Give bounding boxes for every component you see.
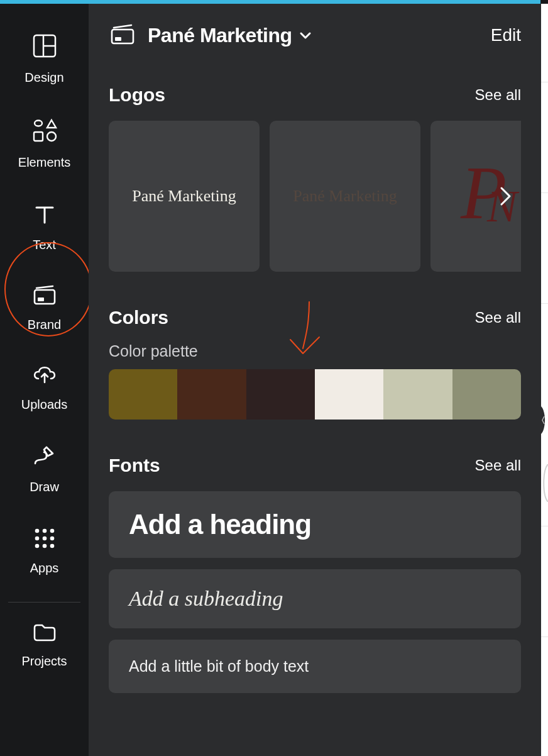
section-title-colors: Colors bbox=[109, 307, 168, 328]
sidebar-item-elements[interactable]: Elements bbox=[1, 106, 89, 191]
logos-section: Logos See all Pané Marketing Pané Market… bbox=[89, 84, 541, 272]
sidebar-label: Projects bbox=[21, 654, 67, 669]
see-all-colors[interactable]: See all bbox=[475, 309, 521, 326]
sidebar-item-design[interactable]: Design bbox=[1, 21, 89, 106]
sidebar-item-brand[interactable]: Brand bbox=[1, 274, 89, 351]
text-icon bbox=[33, 203, 57, 226]
section-title-fonts: Fonts bbox=[109, 455, 160, 476]
add-subheading-button[interactable]: Add a subheading bbox=[109, 569, 521, 628]
brand-kit-name: Pané Marketing bbox=[148, 24, 292, 47]
sidebar-label: Brand bbox=[28, 318, 61, 332]
logo-text: Pané Marketing bbox=[293, 187, 397, 206]
brand-kit-dropdown[interactable]: Pané Marketing bbox=[148, 24, 312, 47]
color-swatch[interactable] bbox=[109, 369, 177, 420]
canvas-edge bbox=[541, 4, 548, 756]
color-swatch[interactable] bbox=[452, 369, 521, 420]
color-swatch[interactable] bbox=[246, 369, 315, 420]
apps-icon bbox=[33, 527, 56, 550]
brand-kit-icon bbox=[109, 21, 136, 49]
logos-carousel: Pané Marketing Pané Marketing P N bbox=[109, 121, 521, 272]
svg-point-4 bbox=[47, 132, 56, 141]
svg-rect-6 bbox=[38, 297, 44, 301]
sidebar-label: Elements bbox=[18, 155, 70, 170]
sidebar-label: Draw bbox=[30, 480, 59, 494]
canvas-ruler-tick bbox=[541, 192, 548, 193]
sidebar-item-projects[interactable]: Projects bbox=[1, 606, 89, 690]
logo-card[interactable]: Pané Marketing bbox=[109, 121, 260, 272]
sidebar-item-draw[interactable]: Draw bbox=[1, 433, 89, 516]
edit-button[interactable]: Edit bbox=[491, 25, 521, 45]
color-swatch[interactable] bbox=[315, 369, 383, 420]
panel-header: Pané Marketing Edit bbox=[89, 4, 541, 49]
sidebar-label: Uploads bbox=[21, 397, 67, 412]
add-heading-button[interactable]: Add a heading bbox=[109, 491, 521, 558]
svg-rect-17 bbox=[115, 37, 121, 41]
svg-rect-5 bbox=[35, 290, 55, 304]
svg-point-10 bbox=[35, 536, 39, 541]
svg-point-8 bbox=[42, 529, 47, 533]
svg-rect-16 bbox=[112, 30, 133, 43]
logo-text: Pané Marketing bbox=[132, 187, 236, 206]
canvas-ruler-tick bbox=[541, 82, 548, 82]
canvas-ruler-tick bbox=[541, 303, 548, 304]
draw-icon bbox=[31, 445, 58, 469]
canvas-handle[interactable] bbox=[541, 469, 548, 497]
svg-point-14 bbox=[42, 544, 47, 548]
brand-panel: Pané Marketing Edit Logos See all Pané M… bbox=[89, 4, 541, 756]
svg-point-11 bbox=[42, 536, 47, 541]
chevron-down-icon bbox=[299, 24, 312, 47]
panel-collapse-handle[interactable] bbox=[541, 406, 548, 434]
section-title-logos: Logos bbox=[109, 84, 165, 106]
font-subheading-text: Add a subheading bbox=[129, 587, 501, 611]
sidebar-label: Text bbox=[33, 238, 56, 252]
sidebar-item-uploads[interactable]: Uploads bbox=[1, 351, 89, 433]
sidebar-item-text[interactable]: Text bbox=[1, 191, 89, 274]
svg-point-12 bbox=[50, 536, 54, 541]
svg-rect-3 bbox=[34, 132, 43, 141]
design-icon bbox=[31, 33, 58, 59]
color-swatch[interactable] bbox=[177, 369, 246, 420]
folder-icon bbox=[32, 621, 57, 643]
fonts-section: Fonts See all Add a heading Add a subhea… bbox=[89, 455, 541, 693]
logo-card[interactable]: Pané Marketing bbox=[270, 121, 420, 272]
sidebar-label: Apps bbox=[30, 561, 59, 575]
carousel-next-button[interactable] bbox=[491, 181, 521, 211]
brand-icon bbox=[31, 282, 58, 306]
see-all-fonts[interactable]: See all bbox=[475, 457, 521, 474]
canvas-ruler-tick bbox=[541, 526, 548, 526]
see-all-logos[interactable]: See all bbox=[475, 86, 521, 104]
color-palette bbox=[109, 369, 521, 420]
svg-point-9 bbox=[50, 529, 54, 533]
sidebar-item-apps[interactable]: Apps bbox=[1, 516, 89, 597]
palette-label: Color palette bbox=[109, 342, 521, 360]
sidebar: Design Elements Text bbox=[0, 4, 89, 756]
svg-point-13 bbox=[35, 544, 39, 548]
svg-point-15 bbox=[50, 544, 54, 548]
svg-point-7 bbox=[35, 529, 39, 533]
uploads-icon bbox=[31, 362, 58, 386]
sidebar-label: Design bbox=[25, 70, 63, 85]
font-heading-text: Add a heading bbox=[129, 509, 501, 540]
elements-icon bbox=[31, 118, 58, 144]
color-swatch[interactable] bbox=[383, 369, 452, 420]
add-body-text-button[interactable]: Add a little bit of body text bbox=[109, 640, 521, 693]
sidebar-divider bbox=[8, 602, 80, 603]
colors-section: Colors See all Color palette bbox=[89, 307, 541, 420]
font-body-text: Add a little bit of body text bbox=[129, 657, 501, 675]
canvas-ruler-tick bbox=[541, 636, 548, 637]
